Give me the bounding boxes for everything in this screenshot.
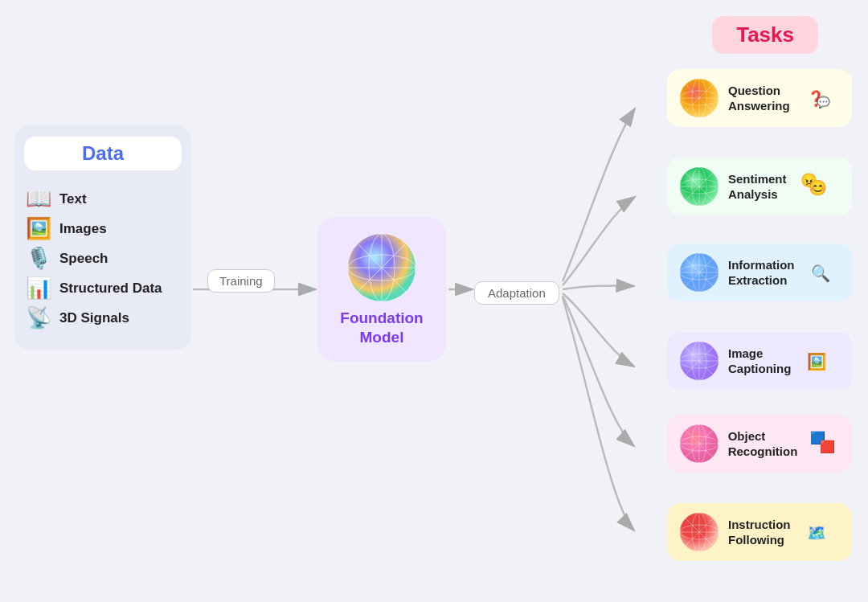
data-item-structured: 📊 Structured Data — [24, 276, 182, 301]
text-icon: 📖 — [24, 186, 53, 211]
svg-text:🗺️: 🗺️ — [806, 523, 827, 543]
task-label-object-recognition: Object Recognition — [728, 428, 798, 460]
svg-text:💬: 💬 — [817, 96, 830, 109]
task-sphere-sentiment-analysis — [678, 166, 720, 207]
svg-text:🔍: 🔍 — [810, 264, 831, 284]
svg-text:🟥: 🟥 — [820, 439, 835, 454]
task-icon-question-answering: ❓ 💬 — [798, 80, 833, 116]
task-icon-sentiment-analysis: 😠 😊 — [795, 169, 830, 204]
svg-text:😊: 😊 — [809, 178, 828, 197]
foundation-label: Foundation Model — [340, 309, 423, 347]
data-item-images: 🖼️ Images — [24, 216, 182, 241]
structured-icon: 📊 — [24, 276, 53, 301]
data-title: Data — [24, 137, 182, 170]
data-item-speech: 🎙️ Speech — [24, 246, 182, 271]
task-icon-information-extraction: 🔍 — [803, 255, 838, 290]
foundation-sphere — [346, 231, 418, 304]
task-sphere-question-answering — [678, 77, 720, 119]
task-label-sentiment-analysis: Sentiment Analysis — [728, 171, 787, 203]
tasks-title-box: Tasks — [712, 16, 818, 54]
task-icon-instruction-following: 🗺️ — [799, 514, 834, 550]
task-sphere-information-extraction — [678, 252, 720, 293]
task-sphere-object-recognition — [678, 423, 720, 465]
task-box-instruction-following: Instruction Following🗺️ — [667, 503, 852, 561]
task-label-question-answering: Question Answering — [728, 83, 790, 114]
3d-icon: 📡 — [24, 305, 53, 330]
task-icon-object-recognition: 🟦 🟥 — [805, 426, 841, 461]
task-sphere-instruction-following — [678, 511, 720, 553]
task-sphere-image-captioning — [678, 340, 720, 382]
images-icon: 🖼️ — [24, 216, 53, 241]
adaptation-label: Adaptation — [474, 281, 559, 305]
training-label: Training — [207, 269, 275, 293]
speech-icon: 🎙️ — [24, 246, 53, 271]
task-box-object-recognition: Object Recognition🟦 🟥 — [667, 415, 852, 473]
task-box-sentiment-analysis: Sentiment Analysis😠 😊 — [667, 158, 852, 215]
data-section: Data 📖 Text 🖼️ Images 🎙️ Speech 📊 Struct… — [14, 125, 191, 350]
task-label-image-captioning: Image Captioning — [728, 346, 791, 377]
task-box-question-answering: Question Answering❓ 💬 — [667, 69, 852, 127]
foundation-model-box: Foundation Model — [317, 217, 446, 362]
task-icon-image-captioning: 🖼️ — [799, 343, 834, 379]
data-item-text: 📖 Text — [24, 186, 182, 211]
task-box-information-extraction: Information Extraction🔍 — [667, 244, 852, 301]
data-item-3d: 📡 3D Signals — [24, 305, 182, 330]
task-box-image-captioning: Image Captioning🖼️ — [667, 332, 852, 390]
svg-text:🖼️: 🖼️ — [807, 352, 828, 372]
task-label-instruction-following: Instruction Following — [728, 517, 791, 548]
task-label-information-extraction: Information Extraction — [728, 257, 795, 289]
